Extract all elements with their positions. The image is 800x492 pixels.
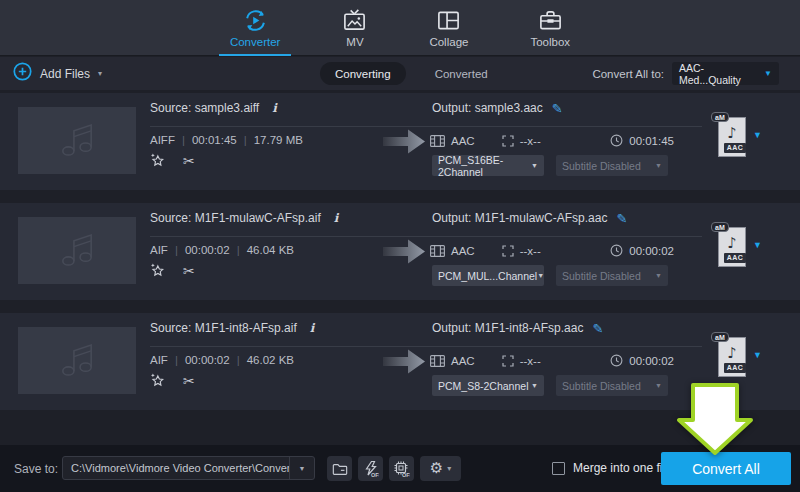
info-icon[interactable]: i	[308, 321, 317, 335]
cut-icon[interactable]: ✂	[183, 264, 195, 278]
convert-flow-arrow-icon	[383, 238, 425, 269]
audio-profile-dropdown[interactable]: PCM_S16BE-2Channel ▼	[432, 155, 544, 176]
row-divider	[150, 126, 702, 127]
source-filename-text: Source: M1F1-int8-AFsp.aif	[150, 321, 297, 335]
merge-checkbox[interactable]	[552, 462, 565, 475]
audio-profile-dropdown[interactable]: PCM_MUL...Channel ▼	[432, 265, 544, 286]
clock-icon	[610, 354, 623, 367]
merge-into-one-file-option[interactable]: Merge into one file	[552, 461, 672, 475]
media-format-icon	[430, 135, 445, 147]
output-format-value: AAC	[451, 135, 475, 147]
folder-icon	[332, 462, 348, 476]
output-format-value: AAC	[451, 245, 475, 257]
effect-edit-icon[interactable]	[149, 372, 166, 389]
output-format-file-icon[interactable]: aM ♪ AAC	[716, 112, 750, 160]
music-note-icon	[54, 336, 100, 386]
file-row: Source: M1F1-mulawC-AFsp.aif i AIF | 00:…	[0, 203, 800, 300]
audio-thumbnail	[18, 107, 136, 174]
settings-button[interactable]: ⚙ ▾	[420, 456, 461, 481]
music-note-icon	[54, 226, 100, 276]
cut-icon[interactable]: ✂	[183, 154, 195, 168]
file-type-label: AAC	[724, 253, 746, 263]
info-icon[interactable]: i	[270, 101, 279, 115]
tab-converted[interactable]: Converted	[435, 68, 488, 80]
tab-converting[interactable]: Converting	[320, 62, 406, 85]
rename-pencil-icon[interactable]: ✎	[592, 322, 603, 335]
output-duration-value: 00:01:45	[629, 135, 674, 147]
row-divider	[150, 346, 702, 347]
file-page-icon: ♪ AAC	[718, 227, 746, 267]
output-duration-group: 00:00:02	[610, 354, 674, 367]
save-path-caret-icon[interactable]: ▼	[289, 457, 314, 479]
subtitle-value: Subtitle Disabled	[562, 270, 641, 282]
convert-all-to-dropdown[interactable]: AAC-Med...Quality ▼	[672, 62, 779, 85]
toolbox-icon	[538, 8, 563, 33]
file-type-label: AAC	[724, 363, 746, 373]
row-divider	[150, 236, 702, 237]
format-picker-caret-icon[interactable]: ▼	[753, 350, 762, 360]
merge-label: Merge into one file	[573, 461, 672, 475]
audio-profile-caret-icon: ▼	[531, 162, 538, 169]
convert-all-to-label: Convert All to:	[592, 68, 664, 80]
source-filename-text: Source: M1F1-mulawC-AFsp.aif	[150, 211, 321, 225]
subtitle-caret-icon: ▼	[655, 272, 662, 279]
gpu-acceleration-button[interactable]: OFF	[389, 456, 414, 481]
source-format: AIFF	[150, 134, 175, 146]
clock-icon	[610, 134, 623, 147]
output-format-group: AAC	[430, 135, 475, 147]
format-picker-caret-icon[interactable]: ▼	[753, 130, 762, 140]
save-path-dropdown[interactable]: C:\Vidmore\Vidmore Video Converter\Conve…	[62, 456, 315, 480]
tab-mv[interactable]: MV	[328, 0, 381, 56]
add-files-button[interactable]: Add Files ▾	[13, 57, 102, 90]
add-plus-icon	[13, 62, 32, 85]
output-dimensions-group: --x--	[502, 355, 541, 367]
format-badge: aM	[711, 112, 729, 122]
tab-collage[interactable]: Collage	[415, 0, 482, 56]
output-duration-group: 00:00:02	[610, 244, 674, 257]
open-folder-button[interactable]	[327, 456, 352, 481]
rename-pencil-icon[interactable]: ✎	[616, 212, 627, 225]
info-icon[interactable]: i	[332, 211, 341, 225]
output-dimensions-group: --x--	[502, 245, 541, 257]
tab-converter[interactable]: Converter	[216, 0, 295, 56]
output-filename-text: Output: M1F1-mulawC-AFsp.aac	[432, 211, 607, 225]
subtitle-dropdown[interactable]: Subtitle Disabled ▼	[556, 265, 668, 286]
rename-pencil-icon[interactable]: ✎	[552, 102, 563, 115]
audio-thumbnail	[18, 327, 136, 394]
convert-flow-arrow-icon	[383, 128, 425, 159]
source-filename: Source: M1F1-mulawC-AFsp.aif i	[150, 211, 340, 225]
add-files-label: Add Files	[40, 67, 90, 81]
output-filename: Output: M1F1-int8-AFsp.aac ✎	[432, 321, 603, 335]
save-to-label: Save to:	[14, 462, 58, 476]
effect-edit-icon[interactable]	[149, 262, 166, 279]
subtitle-dropdown[interactable]: Subtitle Disabled ▼	[556, 155, 668, 176]
tab-converter-label: Converter	[230, 36, 281, 48]
svg-text:OFF: OFF	[371, 472, 379, 478]
output-dimensions-group: --x--	[502, 135, 541, 147]
subtitle-dropdown[interactable]: Subtitle Disabled ▼	[556, 375, 668, 396]
output-format-group: AAC	[430, 245, 475, 257]
tab-toolbox[interactable]: Toolbox	[516, 0, 584, 56]
add-files-caret-icon: ▾	[98, 69, 102, 78]
file-note-glyph: ♪	[727, 124, 737, 142]
convert-all-to-group: Convert All to: AAC-Med...Quality ▼	[592, 57, 779, 90]
effect-edit-icon[interactable]	[149, 152, 166, 169]
audio-profile-value: PCM_MUL...Channel	[438, 270, 537, 282]
convert-all-to-caret-icon: ▼	[764, 69, 772, 78]
output-format-file-icon[interactable]: aM ♪ AAC	[716, 222, 750, 270]
format-picker-caret-icon[interactable]: ▼	[753, 240, 762, 250]
source-format: AIF	[150, 354, 168, 366]
converter-icon	[243, 8, 268, 33]
file-type-label: AAC	[724, 143, 746, 153]
mv-icon	[342, 8, 367, 33]
hardware-acceleration-button[interactable]: OFF	[358, 456, 383, 481]
format-badge: aM	[711, 332, 729, 342]
music-note-icon	[54, 116, 100, 166]
file-row: Source: sample3.aiff i AIFF | 00:01:45 |…	[0, 93, 800, 190]
cut-icon[interactable]: ✂	[183, 374, 195, 388]
output-filename-text: Output: M1F1-int8-AFsp.aac	[432, 321, 583, 335]
output-format-file-icon[interactable]: aM ♪ AAC	[716, 332, 750, 380]
audio-profile-dropdown[interactable]: PCM_S8-2Channel ▼	[432, 375, 544, 396]
row-tools: ✂	[149, 262, 195, 279]
output-duration-group: 00:01:45	[610, 134, 674, 147]
